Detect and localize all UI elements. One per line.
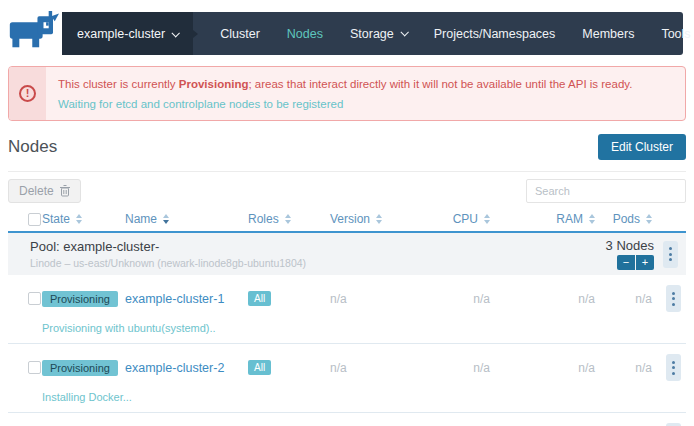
column-header-version-label: Version	[330, 212, 370, 226]
role-badge: All	[248, 360, 271, 375]
nav-item-storage[interactable]: Storage	[350, 27, 407, 41]
nav-item-storage-label: Storage	[350, 27, 394, 41]
alert-message-prefix: This cluster is currently	[58, 78, 179, 90]
sort-icon	[163, 214, 169, 224]
column-header-name-label: Name	[125, 212, 157, 226]
nav-item-tools[interactable]: Tools	[661, 27, 694, 41]
node-pool-row: Pool: example-cluster- Linode – us-east/…	[8, 233, 686, 275]
pods-value: n/a	[635, 292, 652, 306]
header-divider	[8, 171, 686, 172]
alert-icon-strip: !	[9, 67, 46, 120]
table-body: Provisioning example-cluster-1 All n/a n…	[8, 275, 686, 426]
column-header-state-label: State	[42, 212, 70, 226]
node-row-main: Provisioning example-cluster-1 All n/a n…	[8, 285, 686, 312]
main-navbar: example-cluster Cluster Nodes Storage Pr…	[62, 12, 683, 55]
column-header-ram[interactable]: RAM	[490, 212, 595, 226]
scale-down-button[interactable]: −	[617, 255, 635, 270]
column-header-cpu[interactable]: CPU	[430, 212, 490, 226]
sort-icon	[285, 214, 291, 224]
node-status-message: Provisioning with ubuntu(systemd)..	[8, 322, 686, 334]
pool-scale-buttons: − +	[617, 255, 654, 270]
table-row: Provisioning example-cluster-3 All n/a n…	[8, 413, 686, 426]
pool-node-count: 3 Nodes	[606, 238, 654, 253]
version-value: n/a	[330, 361, 347, 375]
row-menu-button[interactable]	[666, 285, 681, 312]
column-header-state[interactable]: State	[42, 212, 125, 226]
delete-button-label: Delete	[19, 184, 54, 198]
page-header: Nodes Edit Cluster	[8, 134, 686, 160]
column-header-ram-label: RAM	[556, 212, 583, 226]
alert-message-suffix: ; areas that interact directly with it w…	[248, 78, 632, 90]
nav-item-tools-label: Tools	[661, 27, 690, 41]
rancher-cow-icon	[8, 11, 60, 49]
row-menu-button[interactable]	[666, 354, 681, 381]
ram-value: n/a	[578, 361, 595, 375]
provisioning-alert-banner: ! This cluster is currently Provisioning…	[8, 66, 686, 121]
chevron-down-icon	[400, 28, 408, 36]
alert-message-state: Provisioning	[179, 78, 249, 90]
ram-value: n/a	[578, 292, 595, 306]
edit-cluster-button[interactable]: Edit Cluster	[598, 134, 686, 160]
row-checkbox[interactable]	[28, 361, 41, 374]
alert-sub-message: Waiting for etcd and controlplane nodes …	[58, 94, 632, 114]
column-header-cpu-label: CPU	[453, 212, 478, 226]
trash-icon	[60, 185, 70, 197]
nav-items: Cluster Nodes Storage Projects/Namespace…	[220, 27, 694, 41]
sort-icon	[646, 214, 652, 224]
pool-scale: 3 Nodes − +	[606, 238, 654, 270]
pool-subtitle: Linode – us-east/Unknown (newark-linode8…	[30, 257, 306, 269]
node-row-main: Provisioning example-cluster-2 All n/a n…	[8, 354, 686, 381]
alert-message: This cluster is currently Provisioning; …	[58, 74, 632, 94]
cpu-value: n/a	[473, 292, 490, 306]
table-row: Provisioning example-cluster-2 All n/a n…	[8, 344, 686, 413]
pool-menu-button[interactable]	[663, 241, 678, 268]
node-name-link[interactable]: example-cluster-2	[125, 361, 224, 375]
select-all-checkbox[interactable]	[28, 213, 41, 226]
top-bar: example-cluster Cluster Nodes Storage Pr…	[0, 0, 694, 55]
nav-item-projects-namespaces[interactable]: Projects/Namespaces	[434, 27, 556, 41]
node-name-link[interactable]: example-cluster-1	[125, 292, 224, 306]
column-header-pods[interactable]: Pods	[595, 212, 652, 226]
rancher-logo[interactable]	[6, 10, 62, 50]
nodes-table: State Name Roles Version CPU RAM Pods Po…	[8, 207, 686, 426]
alert-icon: !	[19, 85, 36, 102]
sort-icon	[376, 214, 382, 224]
pods-value: n/a	[635, 361, 652, 375]
scale-up-button[interactable]: +	[636, 255, 654, 270]
state-badge: Provisioning	[42, 291, 118, 307]
delete-button[interactable]: Delete	[8, 179, 81, 203]
column-header-pods-label: Pods	[613, 212, 640, 226]
nav-item-cluster[interactable]: Cluster	[220, 27, 260, 41]
column-header-roles-label: Roles	[248, 212, 279, 226]
row-checkbox[interactable]	[28, 292, 41, 305]
node-status-message: Installing Docker...	[8, 391, 686, 403]
table-row: Provisioning example-cluster-1 All n/a n…	[8, 275, 686, 344]
nav-item-members[interactable]: Members	[582, 27, 634, 41]
cpu-value: n/a	[473, 361, 490, 375]
search-input[interactable]	[526, 179, 686, 203]
version-value: n/a	[330, 292, 347, 306]
pool-title: Pool: example-cluster-	[30, 239, 306, 254]
alert-body: This cluster is currently Provisioning; …	[46, 67, 644, 120]
column-header-version[interactable]: Version	[330, 212, 430, 226]
column-header-name[interactable]: Name	[125, 212, 248, 226]
page-title: Nodes	[8, 137, 57, 157]
role-badge: All	[248, 291, 271, 306]
sort-icon	[76, 214, 82, 224]
table-toolbar: Delete	[8, 179, 686, 203]
nav-item-nodes[interactable]: Nodes	[287, 27, 323, 41]
pool-info: Pool: example-cluster- Linode – us-east/…	[30, 239, 306, 269]
pool-controls: 3 Nodes − +	[606, 238, 678, 270]
state-badge: Provisioning	[42, 360, 118, 376]
column-header-roles[interactable]: Roles	[248, 212, 330, 226]
cluster-selector-label: example-cluster	[77, 27, 165, 41]
table-header-row: State Name Roles Version CPU RAM Pods	[8, 207, 686, 233]
selector-arrow	[193, 30, 198, 38]
cluster-selector[interactable]: example-cluster	[62, 12, 193, 55]
chevron-down-icon	[172, 29, 180, 37]
